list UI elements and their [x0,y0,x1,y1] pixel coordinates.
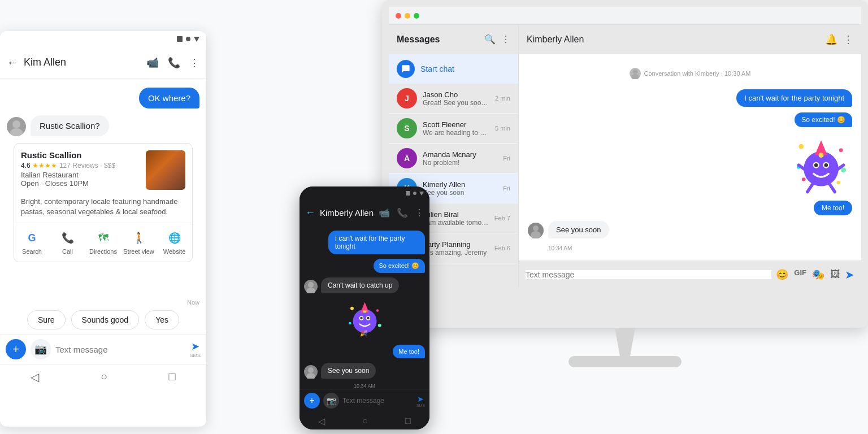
nav-recents-center[interactable]: □ [405,416,411,426]
svg-point-2 [308,282,314,288]
place-info: Rustic Scallion 4.6 ★★★★ 127 Reviews · $… [21,150,140,190]
conv-item-amanda[interactable]: A Amanda Mcnary No problem! Fri [389,144,518,173]
emoji-icon[interactable]: 😊 [776,268,788,281]
start-chat-row[interactable]: Start chat [389,54,518,84]
conv-content-amanda: Amanda Mcnary No problem! [423,150,497,167]
message-input-center[interactable]: Text message [342,397,413,405]
chat-header-left: ← Kim Allen 📹 📞 ⋮ [0,47,206,79]
send-sms-button-left[interactable]: ➤ SMS [189,340,201,358]
svg-point-8 [367,317,370,320]
svg-point-30 [841,168,846,173]
traffic-light-green[interactable] [414,13,419,19]
send-button-center[interactable]: ➤ SMS [416,394,425,407]
nav-home-center[interactable]: ○ [362,416,368,426]
conv-time-party: Feb 6 [494,245,510,251]
traffic-light-red[interactable] [396,13,401,19]
notification-icon[interactable]: 🔔 [825,33,837,46]
header-icons-center: 📹 📞 ⋮ [379,207,424,218]
conv-preview-kimberly: See you soon [423,189,497,197]
video-icon-center[interactable]: 📹 [379,207,390,218]
more-options-icon[interactable]: ⋮ [189,57,199,69]
conversation-label-text: Conversation with Kimberly · 10:30 AM [644,70,751,77]
messages-app: Messages 🔍 ⋮ Start chat [389,25,861,288]
add-button-left[interactable]: + [6,339,26,359]
chat-area-center: I can't wait for the party tonight So ex… [300,225,429,389]
sticker-desktop [790,133,852,195]
status-icon-1 [177,36,183,42]
conv-content-party: Party Planning It is amazing, Jeremy [423,240,489,257]
nav-recents-icon[interactable]: □ [169,370,176,383]
svg-point-7 [360,317,363,320]
place-description: Bright, contemporary locale featuring ha… [14,197,192,223]
nav-bar-left: ◁ ○ □ [0,364,206,389]
chat-panel-desktop: Kimberly Allen 🔔 ⋮ Conversation wit [519,25,861,288]
nav-back-center[interactable]: ◁ [318,416,325,427]
back-button-center[interactable]: ← [305,207,315,219]
gif-icon[interactable]: GIF [794,268,806,281]
status-bar-left [0,31,206,47]
chat-panel-messages: Conversation with Kimberly · 10:30 AM I … [519,54,861,261]
back-button[interactable]: ← [7,56,18,69]
google-search-icon: G [24,230,40,246]
message-input-desktop[interactable] [526,270,771,279]
website-label: Website [163,248,186,255]
nav-back-icon[interactable]: ◁ [31,370,39,384]
nav-bar-center: ◁ ○ □ [300,412,429,429]
svg-point-26 [819,153,824,158]
call-label: Call [62,248,73,255]
street-view-action[interactable]: 🚶 Street view [121,228,157,257]
search-action[interactable]: G Search [14,228,50,257]
conv-content-scott: Scott Fleener We are heading to San Fran… [423,120,489,137]
conv-name-julien: Julien Biral [423,210,489,219]
sticker-icon[interactable]: 🎭 [812,268,824,281]
phone-call-icon[interactable]: 📞 [168,57,180,69]
svg-point-18 [633,70,637,74]
call-icon: 📞 [60,230,76,246]
chat-input-bar-desktop: 😊 GIF 🎭 🖼 ➤ [519,261,861,288]
start-chat-icon [397,60,415,78]
header-icons-left: 📹 📞 ⋮ [146,57,199,69]
message-input-left[interactable] [55,339,185,359]
phone-icon-center[interactable]: 📞 [397,207,408,218]
see-you-bubble-center: See you soon [321,363,376,379]
more-icon-center[interactable]: ⋮ [415,207,424,218]
received-bubble-rustic: Rustic Scallion? [31,115,109,136]
directions-action[interactable]: 🗺 Directions [85,228,121,257]
jason-avatar: J [397,88,417,108]
svg-point-16 [308,367,314,373]
svg-text:🎉: 🎉 [359,329,367,337]
place-card-header: Rustic Scallion 4.6 ★★★★ 127 Reviews · $… [14,144,192,197]
sidebar-more-icon[interactable]: ⋮ [501,34,510,45]
street-view-icon: 🚶 [131,230,147,246]
svg-point-32 [837,181,841,185]
nav-home-icon[interactable]: ○ [101,370,107,383]
send-button-desktop[interactable]: ➤ [845,268,854,281]
conv-item-jason[interactable]: J Jason Cho Great! See you soon 😊 2 min [389,84,518,114]
sidebar-search-icon[interactable]: 🔍 [484,34,496,45]
conv-label-avatar [630,68,641,79]
svg-point-38 [531,231,541,238]
svg-point-17 [306,373,315,379]
received-row: Rustic Scallion? [7,115,199,136]
conv-item-scott[interactable]: S Scott Fleener We are heading to San Fr… [389,114,518,144]
conv-name-jason: Jason Cho [423,90,489,99]
quick-reply-sounds-good[interactable]: Sounds good [71,310,140,329]
recv-avatar-see-you [304,365,318,379]
camera-button-left[interactable]: 📷 [31,339,51,359]
desktop-sent-2: So excited! 😊 [795,112,852,127]
image-icon[interactable]: 🖼 [830,268,840,281]
call-action[interactable]: 📞 Call [50,228,85,257]
add-button-center[interactable]: + [304,393,320,409]
chat-more-icon[interactable]: ⋮ [843,33,853,46]
traffic-light-yellow[interactable] [405,13,410,19]
camera-button-center[interactable]: 📷 [323,393,339,409]
conv-preview-jason: Great! See you soon 😊 [423,99,489,107]
sidebar-header-icons: 🔍 ⋮ [484,34,510,45]
quick-reply-yes[interactable]: Yes [145,310,179,329]
svg-point-19 [631,74,639,79]
quick-reply-sure[interactable]: Sure [27,310,66,329]
website-action[interactable]: 🌐 Website [157,228,192,257]
desktop-sent-1: I can't wait for the party tonight [736,89,852,107]
video-call-icon[interactable]: 📹 [146,57,159,69]
sent-bubble-center-2: So excited! 😊 [374,259,425,273]
